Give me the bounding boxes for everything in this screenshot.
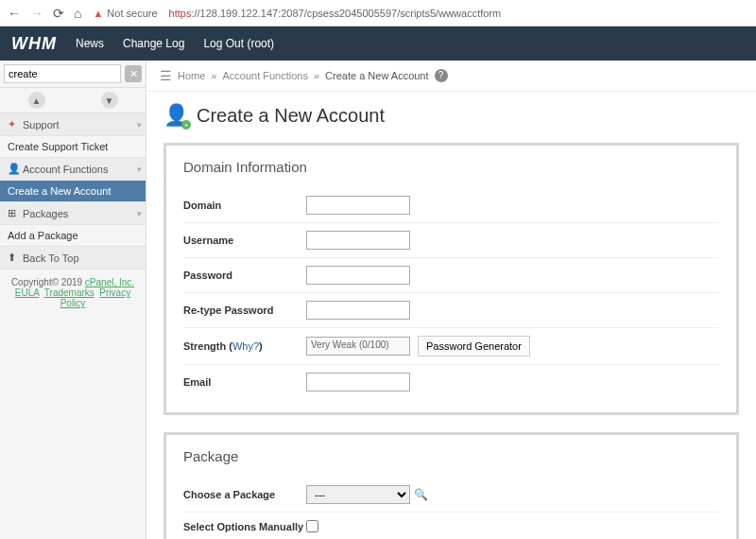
search-icon[interactable]: 🔍: [414, 488, 428, 501]
logo[interactable]: WHM: [11, 34, 57, 54]
panel-package: Package Choose a Package --- 🔍 Select Op…: [163, 432, 739, 539]
security-indicator[interactable]: ▲ Not secure: [93, 8, 157, 19]
chevron-down-icon: ▾: [137, 165, 142, 174]
sidebar-item-back-to-top[interactable]: ⬆Back To Top: [0, 247, 146, 270]
nav-news[interactable]: News: [76, 37, 104, 50]
manual-options-checkbox[interactable]: [306, 520, 318, 532]
page-title: 👤+ Create a New Account: [146, 92, 756, 143]
domain-input[interactable]: [306, 196, 410, 215]
retype-password-input[interactable]: [306, 301, 410, 320]
breadcrumb-home[interactable]: Home: [178, 70, 205, 81]
nav-down-icon[interactable]: ▼: [101, 92, 118, 109]
nav-logout[interactable]: Log Out (root): [203, 37, 274, 50]
address-bar[interactable]: https://128.199.122.147:2087/cpsess20450…: [169, 8, 502, 19]
label-choose-package: Choose a Package: [183, 489, 306, 500]
arrow-up-icon: ⬆: [8, 252, 19, 264]
panel-title: Package: [183, 448, 719, 464]
label-password: Password: [183, 270, 306, 281]
breadcrumb: ☰ Home» Account Functions» Create a New …: [146, 61, 756, 92]
panel-domain-info: Domain Information Domain Username Passw…: [163, 143, 739, 415]
package-select[interactable]: ---: [306, 485, 410, 504]
chevron-down-icon: ▾: [137, 120, 142, 130]
chevron-down-icon: ▾: [137, 209, 142, 218]
sidebar-footer: Copyright© 2019 cPanel, Inc. EULA Tradem…: [0, 270, 146, 316]
link-why[interactable]: Why?: [232, 340, 259, 352]
main-content: ☰ Home» Account Functions» Create a New …: [146, 61, 756, 539]
search-input[interactable]: [4, 64, 121, 83]
forward-icon[interactable]: →: [30, 6, 43, 21]
sidebar-item-create-account[interactable]: Create a New Account: [0, 181, 146, 202]
nav-changelog[interactable]: Change Log: [123, 37, 184, 50]
breadcrumb-current: Create a New Account: [325, 70, 428, 81]
warning-icon: ▲: [93, 8, 103, 19]
sidebar-item-add-package[interactable]: Add a Package: [0, 225, 146, 247]
label-strength: Strength (Why?): [183, 340, 306, 352]
password-input[interactable]: [306, 266, 410, 285]
label-username: Username: [183, 235, 306, 246]
link-eula[interactable]: EULA: [15, 287, 40, 298]
sidebar-item-create-ticket[interactable]: Create Support Ticket: [0, 136, 146, 158]
label-retype-password: Re-type Password: [183, 304, 306, 316]
user-add-icon: 👤+: [163, 103, 189, 128]
link-cpanel[interactable]: cPanel, Inc.: [85, 277, 134, 287]
support-icon: ✦: [8, 118, 19, 130]
password-generator-button[interactable]: Password Generator: [418, 336, 530, 356]
sidebar-item-support[interactable]: ✦Support▾: [0, 113, 146, 136]
help-icon[interactable]: ?: [435, 69, 448, 82]
label-email: Email: [183, 376, 306, 388]
username-input[interactable]: [306, 231, 410, 250]
label-domain: Domain: [183, 200, 306, 211]
email-input[interactable]: [306, 373, 410, 391]
browser-bar: ← → ⟳ ⌂ ▲ Not secure https://128.199.122…: [0, 0, 756, 26]
breadcrumb-acct-funcs[interactable]: Account Functions: [222, 70, 308, 81]
sidebar-item-packages[interactable]: ⊞Packages▾: [0, 202, 146, 225]
home-icon[interactable]: ⌂: [74, 6, 81, 21]
not-secure-label: Not secure: [107, 8, 157, 19]
reload-icon[interactable]: ⟳: [53, 6, 64, 21]
label-manual-options: Select Options Manually: [183, 521, 306, 532]
menu-icon[interactable]: ☰: [160, 68, 172, 83]
top-nav: WHM News Change Log Log Out (root): [0, 26, 756, 61]
clear-search-icon[interactable]: ✕: [125, 65, 142, 82]
package-icon: ⊞: [8, 207, 19, 219]
strength-meter: Very Weak (0/100): [306, 337, 410, 356]
sidebar-item-account-functions[interactable]: 👤Account Functions▾: [0, 158, 146, 181]
user-icon: 👤: [8, 163, 19, 175]
link-trademarks[interactable]: Trademarks: [44, 287, 94, 298]
nav-up-icon[interactable]: ▲: [28, 92, 45, 109]
sidebar: ✕ ▲ ▼ ✦Support▾ Create Support Ticket 👤A…: [0, 61, 146, 539]
back-icon[interactable]: ←: [8, 6, 21, 21]
panel-title: Domain Information: [183, 159, 719, 175]
